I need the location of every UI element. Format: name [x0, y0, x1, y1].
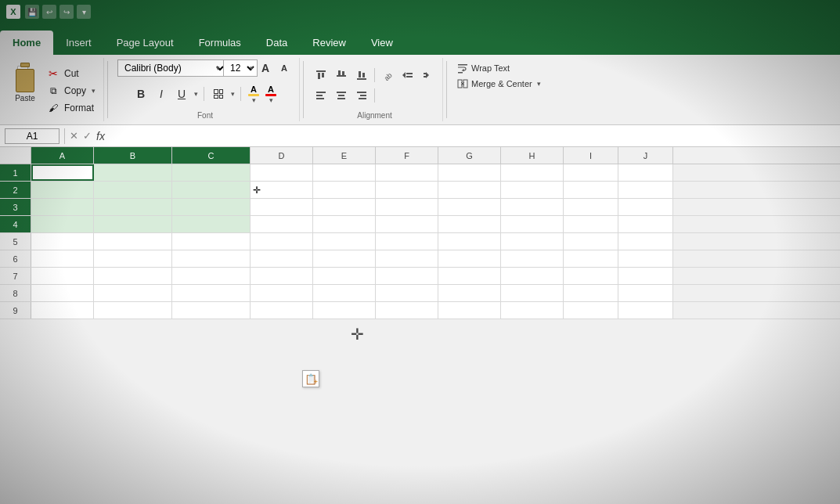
insert-function-button[interactable]: fx: [96, 130, 105, 142]
copy-button[interactable]: ⧉ Copy ▾: [44, 83, 99, 99]
align-middle-button[interactable]: [332, 67, 351, 84]
align-right-button[interactable]: [352, 87, 371, 104]
tab-insert[interactable]: Insert: [53, 31, 104, 55]
cell-j2[interactable]: [618, 182, 673, 198]
row-header-3[interactable]: 3: [0, 199, 31, 215]
align-center-button[interactable]: [332, 87, 351, 104]
cut-button[interactable]: ✂ Cut: [44, 66, 99, 81]
cell-j4[interactable]: [618, 216, 673, 232]
cell-g3[interactable]: [438, 199, 501, 215]
cell-f7[interactable]: [376, 268, 438, 284]
tab-data[interactable]: Data: [254, 31, 300, 55]
cell-a5[interactable]: [31, 233, 94, 250]
merge-dropdown-arrow[interactable]: ▾: [537, 80, 541, 88]
row-header-5[interactable]: 5: [0, 233, 31, 250]
cell-i7[interactable]: [564, 268, 618, 284]
border-dropdown-arrow[interactable]: ▾: [231, 90, 235, 98]
text-orientation-button[interactable]: ab: [378, 67, 397, 84]
italic-button[interactable]: I: [153, 85, 170, 103]
cell-g6[interactable]: [438, 250, 501, 267]
col-header-i[interactable]: I: [564, 147, 618, 164]
cell-g5[interactable]: [438, 233, 501, 250]
col-header-f[interactable]: F: [376, 147, 438, 164]
cell-e2[interactable]: [313, 182, 376, 198]
cell-e1[interactable]: [313, 164, 376, 181]
cell-f6[interactable]: [376, 250, 438, 267]
cell-d2[interactable]: ✛: [251, 182, 313, 198]
cell-a2[interactable]: [31, 182, 94, 198]
cell-e8[interactable]: [313, 285, 376, 301]
align-top-button[interactable]: [312, 67, 330, 84]
font-size-select[interactable]: 12: [223, 59, 258, 77]
font-grow-button[interactable]: A: [257, 59, 274, 77]
cell-d9[interactable]: [251, 302, 313, 319]
col-header-d[interactable]: D: [251, 147, 313, 164]
cell-i8[interactable]: [564, 285, 618, 301]
cell-a1[interactable]: [31, 164, 94, 181]
col-header-a[interactable]: A: [31, 147, 94, 164]
row-header-6[interactable]: 6: [0, 250, 31, 267]
cell-g9[interactable]: [438, 302, 501, 319]
cell-c8[interactable]: [172, 285, 251, 301]
formula-input[interactable]: [110, 128, 835, 143]
cell-e3[interactable]: [313, 199, 376, 215]
cell-f3[interactable]: [376, 199, 438, 215]
cell-e6[interactable]: [313, 250, 376, 267]
cell-b1[interactable]: [94, 164, 172, 181]
cell-g2[interactable]: [438, 182, 501, 198]
tab-view[interactable]: View: [359, 31, 406, 55]
align-bottom-button[interactable]: [352, 67, 371, 84]
cell-h2[interactable]: [501, 182, 564, 198]
cell-i1[interactable]: [564, 164, 618, 181]
cell-e5[interactable]: [313, 233, 376, 250]
row-header-4[interactable]: 4: [0, 216, 31, 232]
cell-h5[interactable]: [501, 233, 564, 250]
font-shrink-button[interactable]: A: [276, 59, 293, 77]
cell-a7[interactable]: [31, 268, 94, 284]
cell-f5[interactable]: [376, 233, 438, 250]
col-header-b[interactable]: B: [94, 147, 172, 164]
cell-d6[interactable]: [251, 250, 313, 267]
cell-f8[interactable]: [376, 285, 438, 301]
bold-button[interactable]: B: [132, 85, 150, 103]
cell-h7[interactable]: [501, 268, 564, 284]
undo-tool[interactable]: ↩: [42, 5, 56, 19]
increase-indent-button[interactable]: [419, 67, 438, 84]
row-header-2[interactable]: 2: [0, 182, 31, 198]
cell-b8[interactable]: [94, 285, 172, 301]
tab-formulas[interactable]: Formulas: [186, 31, 254, 55]
row-header-7[interactable]: 7: [0, 268, 31, 284]
cell-c1[interactable]: [172, 164, 251, 181]
cell-d5[interactable]: [251, 233, 313, 250]
cell-c9[interactable]: [172, 302, 251, 319]
cell-b4[interactable]: [94, 216, 172, 232]
cell-f1[interactable]: [376, 164, 438, 181]
cell-h1[interactable]: [501, 164, 564, 181]
cell-h9[interactable]: [501, 302, 564, 319]
cell-c2[interactable]: [172, 182, 251, 198]
cell-f4[interactable]: [376, 216, 438, 232]
cell-g4[interactable]: [438, 216, 501, 232]
cell-e7[interactable]: [313, 268, 376, 284]
cell-i4[interactable]: [564, 216, 618, 232]
cell-g1[interactable]: [438, 164, 501, 181]
align-left-button[interactable]: [312, 87, 330, 104]
font-color-button[interactable]: A ▾: [264, 83, 278, 105]
col-header-c[interactable]: C: [172, 147, 251, 164]
cell-i6[interactable]: [564, 250, 618, 267]
highlight-color-button[interactable]: A ▾: [247, 83, 261, 105]
cell-c5[interactable]: [172, 233, 251, 250]
cell-a8[interactable]: [31, 285, 94, 301]
cell-i2[interactable]: [564, 182, 618, 198]
cell-h8[interactable]: [501, 285, 564, 301]
cell-c7[interactable]: [172, 268, 251, 284]
cell-e4[interactable]: [313, 216, 376, 232]
cell-e9[interactable]: [313, 302, 376, 319]
row-header-8[interactable]: 8: [0, 285, 31, 301]
cell-b7[interactable]: [94, 268, 172, 284]
font-color-dropdown-arrow[interactable]: ▾: [269, 96, 273, 104]
cell-b3[interactable]: [94, 199, 172, 215]
save-tool[interactable]: 💾: [25, 5, 39, 19]
decrease-indent-button[interactable]: [398, 67, 417, 84]
cell-g7[interactable]: [438, 268, 501, 284]
